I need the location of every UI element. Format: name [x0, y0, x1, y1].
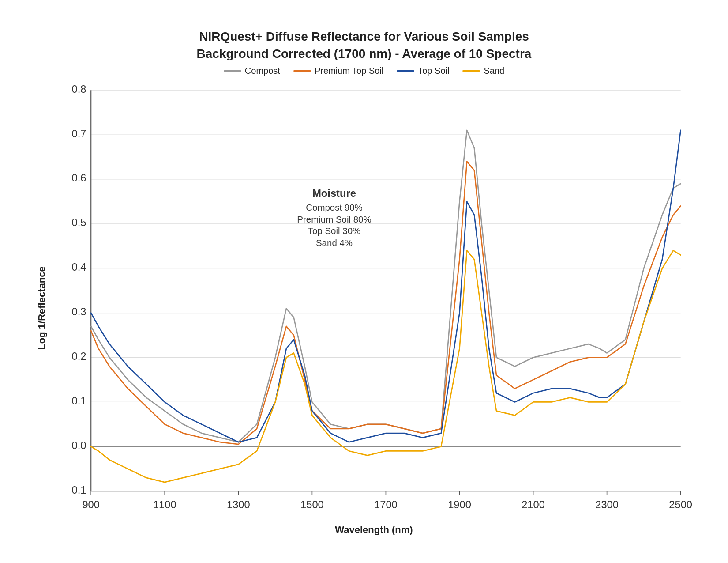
legend-item: Top Soil	[397, 66, 449, 76]
legend-line	[293, 70, 311, 72]
legend: CompostPremium Top SoilTop SoilSand	[224, 66, 504, 76]
y-axis-label: Log 1/Reflectance	[33, 80, 51, 536]
svg-text:2300: 2300	[595, 499, 619, 510]
svg-text:1300: 1300	[227, 499, 250, 510]
legend-line	[462, 70, 480, 72]
legend-item: Premium Top Soil	[293, 66, 383, 76]
svg-text:0.8: 0.8	[72, 83, 86, 94]
chart-container: NIRQuest+ Diffuse Reflectance for Variou…	[33, 28, 695, 536]
svg-text:2500: 2500	[669, 499, 692, 510]
svg-text:2100: 2100	[522, 499, 545, 510]
svg-text:-0.1: -0.1	[68, 484, 86, 495]
svg-text:1900: 1900	[448, 499, 471, 510]
legend-label: Top Soil	[418, 66, 449, 76]
svg-text:0.5: 0.5	[72, 216, 86, 228]
svg-text:0.3: 0.3	[72, 306, 86, 317]
title-line1: NIRQuest+ Diffuse Reflectance for Variou…	[197, 28, 532, 45]
svg-text:Moisture: Moisture	[312, 187, 356, 199]
svg-text:0.2: 0.2	[72, 350, 86, 362]
legend-label: Premium Top Soil	[315, 66, 383, 76]
chart-area: Log 1/Reflectance -0.10.00.10.20.30.40.5…	[33, 80, 695, 536]
svg-text:Top Soil 30%: Top Soil 30%	[308, 226, 360, 236]
svg-text:1700: 1700	[374, 499, 398, 510]
svg-text:1100: 1100	[153, 499, 176, 510]
title-line2: Background Corrected (1700 nm) - Average…	[197, 45, 532, 62]
legend-item: Compost	[224, 66, 280, 76]
svg-text:0.6: 0.6	[72, 172, 86, 184]
x-axis-label: Wavelength (nm)	[53, 524, 695, 536]
svg-text:0.1: 0.1	[72, 395, 86, 407]
chart-title: NIRQuest+ Diffuse Reflectance for Variou…	[197, 28, 532, 62]
legend-line	[224, 70, 241, 72]
legend-label: Compost	[245, 66, 280, 76]
svg-text:900: 900	[82, 499, 100, 510]
chart-svg: -0.10.00.10.20.30.40.50.60.70.8900110013…	[53, 80, 695, 521]
legend-item: Sand	[462, 66, 504, 76]
chart-plot: -0.10.00.10.20.30.40.50.60.70.8900110013…	[53, 80, 695, 536]
svg-text:0.0: 0.0	[72, 439, 86, 451]
svg-text:Compost 90%: Compost 90%	[306, 202, 363, 212]
svg-text:0.7: 0.7	[72, 127, 86, 139]
svg-text:Premium Soil 80%: Premium Soil 80%	[297, 214, 371, 224]
legend-label: Sand	[484, 66, 504, 76]
svg-text:0.4: 0.4	[72, 261, 86, 273]
legend-line	[397, 70, 414, 72]
svg-text:Sand 4%: Sand 4%	[316, 238, 353, 248]
svg-text:1500: 1500	[300, 499, 324, 510]
